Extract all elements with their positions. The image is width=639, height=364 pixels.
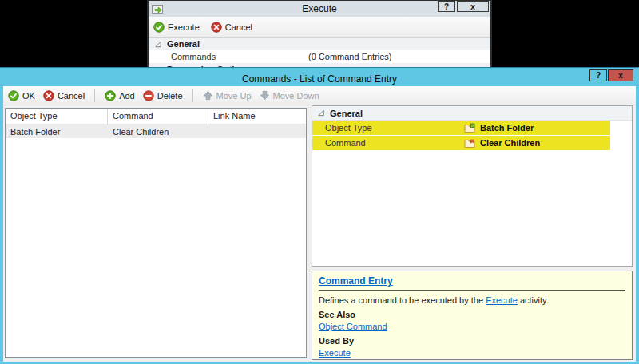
dialog-titlebar[interactable]: Commands - List of Command Entry ? x [3,71,636,86]
ok-check-icon [153,22,165,33]
expander-icon[interactable] [318,109,325,117]
commands-property-value: (0 Command Entries) [308,52,392,61]
group-general-label: General [167,39,200,49]
move-down-arrow-icon [260,90,270,101]
entry-property-grid: General Object Type Batch Folder [312,105,633,267]
clear-children-icon [464,138,475,148]
group-general[interactable]: General [149,38,490,50]
help-description-suffix: activity. [518,295,549,305]
add-button-label: Add [119,91,135,101]
property-value: Clear Children [480,138,540,148]
ok-button[interactable]: OK [8,90,35,101]
property-name: Object Type [312,123,464,133]
list-row-selected[interactable]: Batch Folder Clear Children [6,125,306,138]
cell-object-type: Batch Folder [6,127,108,136]
help-description: Defines a command to be executed by the … [319,295,625,307]
property-row-command[interactable]: Command Clear Children [312,136,610,150]
expander-icon[interactable] [155,41,162,48]
property-value: Batch Folder [480,123,534,133]
batch-folder-icon [464,123,475,133]
toolbar-separator [94,89,95,102]
property-name: Command [312,138,464,148]
cancel-button[interactable]: Cancel [43,90,85,101]
used-by-label: Used By [319,335,625,347]
dialog-title: Commands - List of Command Entry [242,73,397,85]
move-up-arrow-icon [203,90,213,101]
execute-button[interactable]: Execute [153,22,200,33]
commands-property-name: Commands [149,52,308,61]
dialog-body: Object Type Command Link Name Batch Fold… [3,105,636,362]
commands-property-row[interactable]: Commands (0 Command Entries) [149,50,490,63]
cancel-button[interactable]: Cancel [211,22,252,33]
command-entry-list: Object Type Command Link Name Batch Fold… [5,108,307,358]
column-header-command[interactable]: Command [108,109,208,124]
group-general[interactable]: General [312,106,632,121]
execute-used-by-link[interactable]: Execute [319,348,351,358]
group-general-label: General [330,109,363,118]
object-command-link[interactable]: Object Command [319,322,387,331]
execute-window: Execute ? x Execute Cancel [147,0,492,69]
dialog-toolbar: OK Cancel Add [3,86,636,105]
help-description-prefix: Defines a command to be executed by the [319,295,486,305]
column-header-link-name[interactable]: Link Name [208,109,306,124]
cancel-button-label: Cancel [225,22,252,32]
add-plus-icon [105,90,116,101]
toolbar-separator [192,89,193,102]
commands-dialog: Commands - List of Command Entry ? x OK … [0,68,639,364]
execute-property-grid: General Commands (0 Command Entries) Pro… [149,38,490,69]
add-button[interactable]: Add [105,90,135,101]
execute-help-button[interactable]: ? [438,1,455,12]
dialog-close-button[interactable]: x [608,69,633,81]
property-row-object-type[interactable]: Object Type Batch Folder [312,121,610,135]
cancel-x-icon [43,90,54,101]
ok-button-label: OK [22,91,35,101]
ok-check-icon [8,90,19,101]
help-panel: Command Entry Defines a command to be ex… [312,271,633,360]
see-also-label: See Also [319,309,625,321]
cell-command: Clear Children [108,127,208,136]
delete-button[interactable]: Delete [143,90,183,101]
move-down-label: Move Down [273,91,320,101]
help-title-link[interactable]: Command Entry [319,275,393,287]
move-down-button[interactable]: Move Down [260,90,320,101]
execute-button-label: Execute [168,22,200,32]
dialog-help-button[interactable]: ? [589,69,607,81]
help-divider [319,290,625,291]
list-header: Object Type Command Link Name [6,109,306,125]
delete-minus-icon [143,90,154,101]
details-panel: General Object Type Batch Folder [312,105,633,362]
cancel-x-icon [211,22,222,33]
column-header-object-type[interactable]: Object Type [6,109,108,124]
execute-window-titlebar[interactable]: Execute ? x [149,1,490,17]
cancel-button-label: Cancel [58,91,85,101]
desktop-background: Execute ? x Execute Cancel [0,0,639,364]
execute-close-button[interactable]: x [457,1,489,12]
execute-link[interactable]: Execute [486,295,518,305]
move-up-label: Move Up [216,91,252,101]
delete-button-label: Delete [157,91,183,101]
move-up-button[interactable]: Move Up [203,90,252,101]
execute-toolbar: Execute Cancel [149,17,490,38]
